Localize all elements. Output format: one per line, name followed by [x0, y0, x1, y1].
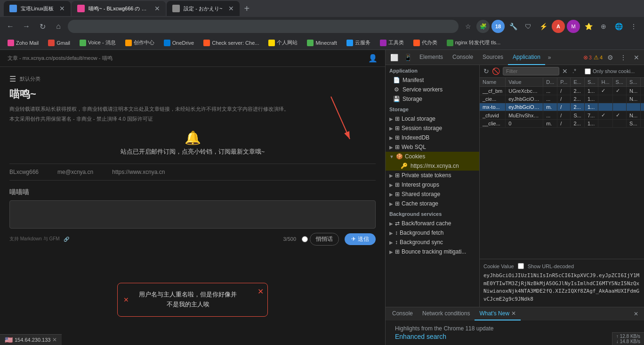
tab-application[interactable]: Application [508, 50, 545, 65]
bottom-tab-whatsnew[interactable]: What's New ✕ [475, 307, 521, 320]
mutter-button[interactable]: 悄悄话 [310, 233, 339, 246]
bookmark-minecraft[interactable]: Minecraft [303, 39, 340, 47]
col-path[interactable]: P... [557, 78, 571, 87]
devtools-inspect-button[interactable]: ⬜ [387, 54, 401, 61]
sidebar-group-indexeddb[interactable]: ▶ ⊞ IndexedDB [386, 133, 479, 142]
bookmark-icon-tools [380, 40, 386, 46]
reload-button[interactable]: ↻ [36, 20, 49, 33]
bookmark-zoho[interactable]: Zoho Mail [4, 39, 42, 47]
bookmark-star-button[interactable]: ☆ [461, 20, 475, 33]
bookmark-todo[interactable]: 代办类 [410, 38, 441, 47]
col-size[interactable]: S... [584, 78, 598, 87]
dt-close-button[interactable]: ✕ [631, 52, 642, 63]
bookmark-gmail[interactable]: Gmail [44, 39, 74, 47]
new-tab-button[interactable]: + [241, 3, 254, 14]
clear-cookies-button[interactable]: 🚫 [492, 67, 500, 75]
bookmark-voice[interactable]: Voice - 消息 [76, 38, 120, 47]
table-row[interactable]: __cf_bm UGreXcbcZlnY... ... / 2... 1... … [480, 87, 644, 95]
sidebar-item-service-workers[interactable]: ⚙ Service workers [386, 85, 479, 94]
col-samesite[interactable]: S... [627, 78, 641, 87]
sidebar-item-storage[interactable]: 💾 Storage [386, 94, 479, 104]
user-profile-icon[interactable]: 👤 [368, 54, 378, 63]
col-httponly[interactable]: H... [598, 78, 612, 87]
bookmark-tools[interactable]: 工具类 [376, 38, 408, 47]
profile-icon[interactable]: 18 [491, 20, 505, 33]
sidebar-group-cache-storage[interactable]: ▶ ⊞ Cache storage [386, 199, 479, 208]
sidebar-group-session-storage[interactable]: ▶ ⊞ Session storage [386, 123, 479, 133]
devtools-device-button[interactable]: 📱 [401, 54, 415, 61]
dt-settings-button[interactable]: ⚙ [604, 52, 616, 63]
filter-regex-button[interactable]: .* [571, 67, 578, 75]
bookmark-onedrive[interactable]: OneDrive [160, 39, 198, 47]
col-priority[interactable]: P... [641, 78, 644, 87]
sidebar-group-local-storage[interactable]: ▶ ⊞ Local storage [386, 114, 479, 123]
col-name[interactable]: Name [480, 78, 506, 87]
forward-button[interactable]: → [20, 20, 33, 33]
tab-console[interactable]: Console [448, 50, 478, 65]
sidebar-group-interest[interactable]: ▶ ⊞ Interest groups [386, 180, 479, 189]
col-domain[interactable]: D... [543, 78, 557, 87]
table-row-selected[interactable]: mx-to... eyJhbGciOiUIU... m. / 2... 1... [480, 103, 644, 111]
bookmark-personal[interactable]: 个人网站 [265, 38, 301, 47]
clear-filter-button[interactable]: ✕ [562, 67, 568, 75]
extension-5[interactable]: ⭐ [582, 20, 595, 33]
whatsnew-close-button[interactable]: ✕ [511, 310, 516, 317]
sidebar-group-bg-sync[interactable]: ▶ ↕ Background sync [386, 238, 479, 247]
table-row[interactable]: __clie... 0 m. / 2... 1... S... M... [480, 120, 644, 128]
tab-close-baota[interactable]: ✕ [59, 5, 65, 12]
url-input[interactable]: mx.xcnya.cn/posts/default/meow [68, 20, 459, 33]
only-show-cookies-checkbox[interactable] [585, 68, 591, 74]
table-row[interactable]: _cfuvid MuEhvShxE2R... ... / S... 7... ✓… [480, 111, 644, 120]
back-button[interactable]: ← [4, 20, 17, 33]
enhanced-search-link[interactable]: Enhanced search [395, 333, 635, 340]
tab-elements[interactable]: Elements [415, 50, 448, 65]
globe-icon[interactable]: 🌐 [612, 20, 625, 33]
profile-avatar[interactable]: M [567, 20, 580, 33]
ip-close-button[interactable]: ✕ [52, 337, 57, 343]
sidebar-group-bg-fetch[interactable]: ▶ ↕ Background fetch [386, 228, 479, 238]
sidebar-group-shared-storage[interactable]: ▶ ⊞ Shared storage [386, 189, 479, 199]
tab-close-blog[interactable]: ✕ [154, 5, 160, 12]
sidebar-group-cookies[interactable]: ▼ 🍪 Cookies [386, 152, 479, 161]
extension-puzzle-button[interactable]: 🧩 [476, 20, 490, 33]
bottom-tab-network[interactable]: Network conditions [418, 307, 475, 320]
tab-sources[interactable]: Sources [478, 50, 508, 65]
devtools-bottom-close[interactable]: ✕ [630, 311, 642, 317]
sidebar-group-back-forward[interactable]: ▶ ⇄ Back/forward cache [386, 219, 479, 228]
col-value[interactable]: Value [506, 78, 543, 87]
bookmark-cloud[interactable]: 云服务 [343, 38, 374, 47]
tab-baota[interactable]: 宝塔Linux面板 ✕ [4, 1, 71, 16]
send-button[interactable]: ✈ 送信 [345, 233, 376, 245]
show-url-decoded-checkbox[interactable] [518, 263, 524, 269]
dt-more-tabs[interactable]: » [545, 54, 554, 61]
sidebar-group-bounce[interactable]: ▶ ⊞ Bounce tracking mitigati... [386, 247, 479, 256]
sidebar-item-manifest[interactable]: 📄 Manifest [386, 75, 479, 85]
tab-close-settings[interactable]: ✕ [228, 5, 234, 12]
refresh-cookies-button[interactable]: ↻ [483, 67, 489, 75]
sidebar-item-cookie-url[interactable]: 🔑 https://mx.xcnya.cn [386, 161, 479, 171]
bottom-tab-console[interactable]: Console [387, 307, 418, 320]
extension-3[interactable]: ⚡ [537, 20, 550, 33]
bookmark-nginx[interactable]: nginx 转发代理 tls... [443, 38, 505, 47]
sidebar-group-websql[interactable]: ▶ ⊞ Web SQL [386, 142, 479, 152]
bookmark-creative[interactable]: 创作中心 [121, 38, 158, 47]
hamburger-menu[interactable]: ☰ [9, 74, 16, 83]
bookmark-checkserver[interactable]: Check server: Che... [200, 39, 263, 47]
filter-input[interactable] [503, 67, 559, 75]
tab-blog[interactable]: 喵鸣~ - BLxcwg666 の Blog ✕ [72, 1, 166, 16]
home-button[interactable]: ⌂ [52, 20, 65, 33]
extensions-more[interactable]: ⊕ [597, 20, 610, 33]
extension-2[interactable]: 🛡 [522, 20, 535, 33]
toast-close-button[interactable]: ✕ [258, 287, 264, 296]
col-secure[interactable]: S... [612, 78, 627, 87]
table-row[interactable]: _cie... eyJhbGciOiU... ... / 2... 1... N… [480, 95, 644, 103]
comment-textarea[interactable] [9, 200, 376, 229]
extension-1[interactable]: 🔧 [507, 20, 520, 33]
dt-dots-button[interactable]: ⋮ [618, 52, 629, 63]
col-expires[interactable]: E... [571, 78, 585, 87]
menu-button[interactable]: ⋮ [627, 20, 640, 33]
extension-4[interactable]: A [552, 20, 565, 33]
sidebar-group-private-state[interactable]: ▶ ⊞ Private state tokens [386, 171, 479, 180]
tab-settings[interactable]: 設定 - おかえり~ ✕ [167, 1, 239, 16]
mutter-radio[interactable] [302, 236, 308, 242]
